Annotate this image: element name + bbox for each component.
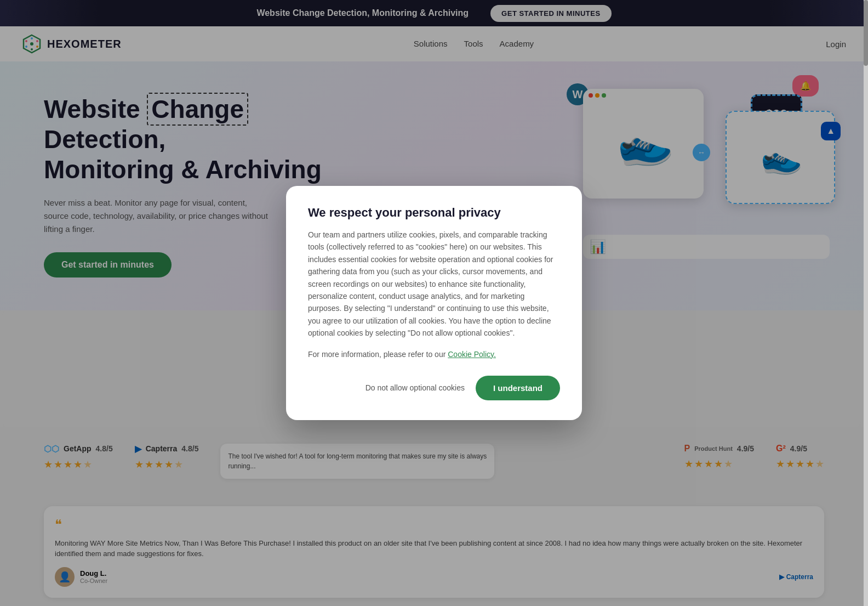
modal-backdrop: We respect your personal privacy Our tea… xyxy=(0,0,868,606)
cookie-modal: We respect your personal privacy Our tea… xyxy=(286,186,582,420)
cookie-decline-button[interactable]: Do not allow optional cookies xyxy=(366,383,465,392)
cookie-link-prefix: For more information, please refer to ou… xyxy=(308,350,448,359)
cookie-modal-body: Our team and partners utilize cookies, p… xyxy=(308,229,560,339)
cookie-accept-button[interactable]: I understand xyxy=(476,376,560,400)
cookie-modal-title: We respect your personal privacy xyxy=(308,206,560,220)
cookie-policy-link[interactable]: Cookie Policy. xyxy=(448,350,496,359)
scrollbar-thumb xyxy=(864,0,868,66)
cookie-actions: Do not allow optional cookies I understa… xyxy=(308,376,560,400)
scrollbar-track xyxy=(864,0,868,606)
cookie-modal-link-paragraph: For more information, please refer to ou… xyxy=(308,348,560,360)
